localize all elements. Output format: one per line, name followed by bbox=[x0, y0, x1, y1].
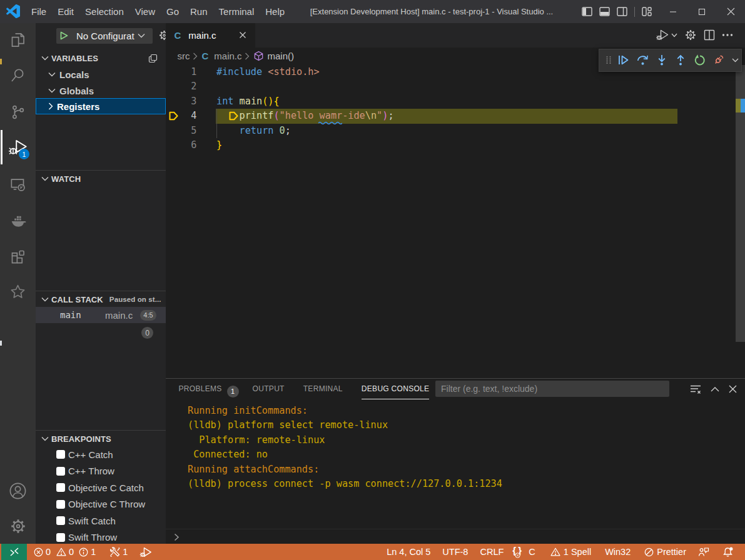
info-icon bbox=[79, 548, 88, 557]
tab-output[interactable]: OUTPUT bbox=[253, 379, 285, 399]
run-or-debug-button[interactable] bbox=[656, 29, 677, 42]
clear-console-icon[interactable] bbox=[690, 384, 701, 394]
debug-continue-icon[interactable] bbox=[616, 54, 631, 66]
breakpoint-checkbox[interactable] bbox=[56, 533, 65, 542]
star-icon[interactable] bbox=[0, 283, 36, 300]
chevron-down-icon bbox=[48, 72, 56, 77]
toolbar-chevron-down-icon[interactable] bbox=[731, 58, 741, 62]
minimize-button[interactable] bbox=[659, 0, 687, 23]
breakpoint-row[interactable]: Swift Throw bbox=[36, 529, 166, 544]
close-panel-icon[interactable] bbox=[729, 385, 737, 393]
breakpoint-row[interactable]: Objective C Throw bbox=[36, 496, 166, 513]
toolbar-grip-icon[interactable] bbox=[606, 56, 612, 64]
debug-step-over-icon[interactable] bbox=[635, 54, 650, 66]
debug-step-into-icon[interactable] bbox=[654, 54, 669, 66]
tab-debug-console[interactable]: DEBUG CONSOLE bbox=[362, 379, 430, 399]
language-mode-item[interactable]: {} C bbox=[512, 544, 535, 560]
maximize-panel-icon[interactable] bbox=[711, 386, 719, 392]
more-actions-icon[interactable] bbox=[722, 33, 733, 37]
breakpoint-row[interactable]: C++ Throw bbox=[36, 463, 166, 480]
debug-config-dropdown[interactable]: No Configurat bbox=[56, 28, 153, 44]
breadcrumb-symbol[interactable]: main() bbox=[268, 51, 295, 61]
symbol-method-icon bbox=[253, 51, 264, 61]
eol-item[interactable]: CRLF bbox=[480, 544, 504, 560]
prettier-item[interactable]: Prettier bbox=[644, 544, 686, 560]
stack-frame-row[interactable]: main main.c 4:5 bbox=[36, 307, 166, 323]
cursor-position-item[interactable]: Ln 4, Col 5 bbox=[387, 544, 430, 560]
close-button[interactable] bbox=[716, 0, 745, 23]
docker-icon[interactable] bbox=[0, 212, 36, 230]
maximize-button[interactable] bbox=[687, 0, 716, 23]
run-and-debug-icon[interactable] bbox=[0, 139, 36, 156]
chevron-down-icon bbox=[41, 297, 49, 302]
tab-problems[interactable]: PROBLEMS bbox=[179, 379, 222, 399]
chevron-down-icon bbox=[41, 56, 49, 61]
breakpoint-row[interactable]: C++ Catch bbox=[36, 446, 166, 463]
call-stack-section-header[interactable]: CALL STACK Paused on st... bbox=[36, 291, 166, 308]
toggle-secondary-sidebar-icon[interactable] bbox=[617, 7, 627, 16]
tab-close-icon[interactable] bbox=[239, 31, 246, 39]
watch-section-header[interactable]: WATCH bbox=[36, 171, 166, 187]
customize-layout-icon[interactable] bbox=[642, 7, 652, 16]
explorer-icon[interactable] bbox=[0, 31, 36, 48]
menu-selection[interactable]: Selection bbox=[79, 0, 129, 23]
breakpoints-section-header[interactable]: BREAKPOINTS bbox=[36, 431, 166, 447]
titlebar-separator bbox=[634, 7, 635, 17]
breadcrumb-folder[interactable]: src bbox=[178, 51, 190, 61]
menu-run[interactable]: Run bbox=[185, 0, 213, 23]
variables-scope-globals[interactable]: Globals bbox=[36, 82, 166, 99]
toggle-sidebar-icon[interactable] bbox=[582, 7, 592, 16]
variables-scope-locals[interactable]: Locals bbox=[36, 66, 166, 82]
notifications-item[interactable] bbox=[722, 544, 733, 560]
debug-restart-icon[interactable] bbox=[692, 54, 707, 66]
toolchain-item[interactable]: 1 bbox=[109, 544, 128, 560]
platform-item[interactable]: Win32 bbox=[605, 544, 631, 560]
breakpoint-checkbox[interactable] bbox=[56, 516, 65, 525]
extensions-icon[interactable] bbox=[0, 248, 36, 265]
debug-settings-gear-icon[interactable] bbox=[158, 29, 166, 41]
spell-warning-icon bbox=[550, 548, 560, 556]
menu-view[interactable]: View bbox=[129, 0, 161, 23]
console-filter-input[interactable] bbox=[435, 381, 669, 397]
remote-indicator[interactable] bbox=[1, 544, 27, 560]
breakpoint-checkbox[interactable] bbox=[56, 467, 65, 476]
editor-settings-gear-icon[interactable] bbox=[684, 29, 697, 41]
debug-step-out-icon[interactable] bbox=[673, 54, 688, 66]
copy-value-icon[interactable] bbox=[148, 54, 158, 63]
remote-explorer-icon[interactable] bbox=[0, 176, 36, 192]
variables-scope-registers[interactable]: Registers bbox=[36, 98, 166, 114]
menu-go[interactable]: Go bbox=[161, 0, 185, 23]
code-line-5: return 0; bbox=[216, 124, 291, 138]
debug-status-item[interactable] bbox=[139, 544, 153, 560]
breakpoint-row[interactable]: Objective C Catch bbox=[36, 479, 166, 496]
breakpoint-checkbox[interactable] bbox=[56, 483, 65, 492]
chevron-down-icon bbox=[48, 88, 56, 93]
encoding-item[interactable]: UTF-8 bbox=[442, 544, 468, 560]
errors-warnings-item[interactable]: 0 0 1 bbox=[34, 544, 96, 560]
breakpoint-row[interactable]: Swift Catch bbox=[36, 512, 166, 529]
breakpoint-checkbox[interactable] bbox=[56, 450, 65, 459]
debug-disconnect-icon[interactable] bbox=[711, 54, 726, 66]
tab-terminal[interactable]: TERMINAL bbox=[303, 379, 343, 399]
tab-main-c[interactable]: C main.c bbox=[166, 23, 256, 48]
feedback-item[interactable] bbox=[698, 544, 709, 560]
debug-stackframe-icon[interactable] bbox=[168, 111, 179, 121]
debug-console-input[interactable] bbox=[166, 529, 745, 544]
start-debug-icon[interactable] bbox=[60, 31, 68, 40]
code-line-1: #include <stdio.h> bbox=[216, 65, 320, 79]
accounts-icon[interactable] bbox=[0, 482, 36, 500]
variables-section-header[interactable]: VARIABLES bbox=[36, 50, 166, 66]
menu-file[interactable]: File bbox=[26, 0, 52, 23]
code-editor[interactable]: 1 2 3 4 5 6 #include <stdio.h> int main(… bbox=[166, 65, 745, 378]
menu-edit[interactable]: Edit bbox=[52, 0, 79, 23]
source-control-icon[interactable] bbox=[0, 104, 36, 121]
settings-gear-icon[interactable] bbox=[0, 518, 36, 535]
breakpoint-checkbox[interactable] bbox=[56, 500, 65, 509]
toggle-panel-icon[interactable] bbox=[599, 7, 610, 16]
spell-checker-item[interactable]: 1 Spell bbox=[550, 544, 591, 560]
breadcrumb-file[interactable]: main.c bbox=[214, 51, 241, 61]
split-editor-icon[interactable] bbox=[704, 29, 715, 41]
c-file-icon: C bbox=[202, 51, 209, 61]
menu-terminal[interactable]: Terminal bbox=[213, 0, 260, 23]
search-icon[interactable] bbox=[0, 67, 36, 84]
